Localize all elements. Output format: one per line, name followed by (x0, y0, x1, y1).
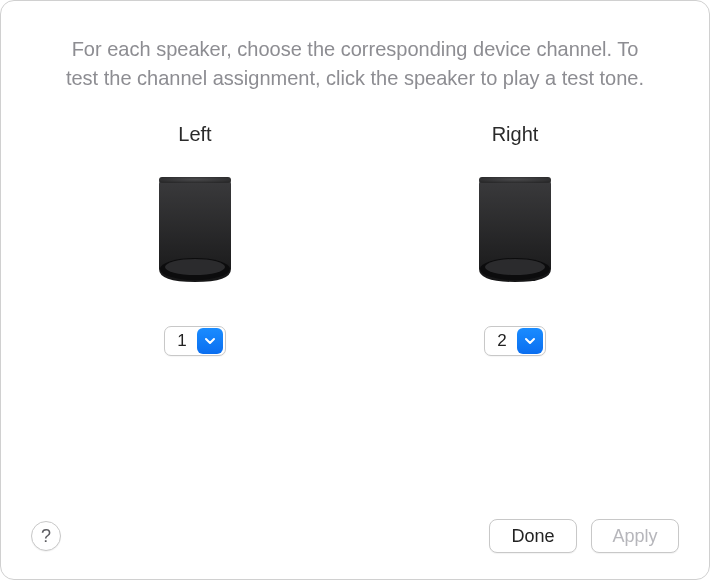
channel-value-left: 1 (165, 327, 196, 355)
speaker-label-left: Left (178, 123, 211, 146)
svg-point-1 (165, 259, 225, 275)
help-button[interactable]: ? (31, 521, 61, 551)
speaker-test-button-left[interactable] (145, 174, 245, 294)
speakers-row: Left (49, 123, 661, 356)
speaker-column-right: Right (445, 123, 585, 356)
speaker-config-window: For each speaker, choose the correspondi… (0, 0, 710, 580)
speaker-icon (145, 174, 245, 294)
speaker-icon (465, 174, 565, 294)
chevron-down-icon (517, 328, 543, 354)
speaker-column-left: Left (125, 123, 265, 356)
chevron-down-icon (197, 328, 223, 354)
svg-point-4 (485, 259, 545, 275)
instructions-text: For each speaker, choose the correspondi… (55, 35, 655, 93)
speaker-label-right: Right (492, 123, 539, 146)
speaker-test-button-right[interactable] (465, 174, 565, 294)
done-button[interactable]: Done (489, 519, 577, 553)
channel-select-left[interactable]: 1 (164, 326, 225, 356)
help-icon: ? (41, 526, 51, 547)
apply-button: Apply (591, 519, 679, 553)
dialog-footer: ? Done Apply (1, 519, 709, 553)
svg-rect-5 (479, 177, 551, 183)
svg-rect-2 (159, 177, 231, 183)
channel-select-right[interactable]: 2 (484, 326, 545, 356)
channel-value-right: 2 (485, 327, 516, 355)
